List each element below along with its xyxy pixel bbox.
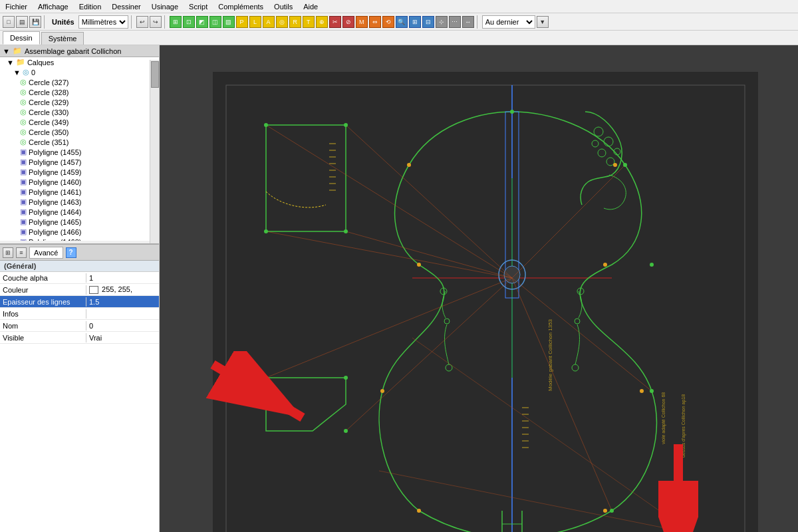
circle-icon: ◎ (20, 98, 27, 106)
tree-item-poly1465[interactable]: ▣ Polyligne (1465) (0, 217, 159, 227)
tree-scroll-thumb[interactable] (151, 61, 159, 88)
undo-button[interactable]: ↩ (136, 16, 148, 28)
measure-button[interactable]: ↔ (462, 16, 474, 28)
circle-icon: ◎ (20, 138, 27, 146)
view3-button[interactable]: ◩ (196, 16, 208, 28)
props-icon2[interactable]: ≡ (16, 247, 27, 258)
zoom1-button[interactable]: 🔍 (396, 16, 408, 28)
circle350-label: Cercle (350) (29, 128, 69, 136)
tree-item-circle349[interactable]: ◎ Cercle (349) (0, 117, 159, 127)
view4-button[interactable]: ◫ (209, 16, 221, 28)
zoom3-button[interactable]: ⊟ (422, 16, 434, 28)
tree-item-poly1459[interactable]: ▣ Polyligne (1459) (0, 167, 159, 177)
zoom2-button[interactable]: ⊞ (409, 16, 421, 28)
circle-icon: ◎ (20, 78, 27, 86)
menu-outils[interactable]: Outils (269, 1, 298, 12)
draw4-button[interactable]: ◎ (276, 16, 288, 28)
tree-scrollbar[interactable] (150, 60, 159, 243)
menu-fichier[interactable]: Fichier (0, 1, 33, 12)
tree-item-poly1460[interactable]: ▣ Polyligne (1460) (0, 177, 159, 187)
circle-icon: ◎ (20, 88, 27, 96)
save-file-button[interactable]: 💾 (29, 16, 41, 28)
snap3-button[interactable]: ⋯ (449, 16, 461, 28)
props-key-alpha: Couche alpha (0, 273, 86, 283)
props-row-thickness[interactable]: Epaisseur des lignes 1.5 (0, 296, 159, 308)
new-file-button[interactable]: □ (3, 16, 15, 28)
draw7-button[interactable]: ⊕ (316, 16, 328, 28)
view5-button[interactable]: ▧ (223, 16, 235, 28)
mod2-button[interactable]: ⇔ (369, 16, 381, 28)
svg-text:dessus d'apres Collichon ap18: dessus d'apres Collichon ap18 (681, 394, 686, 458)
props-val-color: 255, 255, (86, 285, 159, 295)
svg-point-58 (650, 263, 654, 267)
props-tab-advanced[interactable]: Avancé (29, 247, 63, 259)
draw1-button[interactable]: P (236, 16, 248, 28)
draw3-button[interactable]: A (263, 16, 275, 28)
tree-panel: ▼ 📁 Assemblage gabarit Collichon ▼ 📁 Cal… (0, 45, 159, 245)
props-val-alpha: 1 (86, 273, 159, 283)
menu-edition[interactable]: Edition (74, 1, 107, 12)
poly-icon: ▣ (20, 237, 27, 241)
nav-dropdown[interactable]: ▼ (537, 16, 549, 28)
menu-script[interactable]: Script (184, 1, 213, 12)
props-icon1[interactable]: ⊞ (3, 247, 13, 258)
svg-text:viole adapté Collichon 68: viole adapté Collichon 68 (661, 392, 666, 444)
mod3-button[interactable]: ⟲ (382, 16, 394, 28)
tree-item-poly1463[interactable]: ▣ Polyligne (1463) (0, 197, 159, 207)
edit2-button[interactable]: ⊘ (342, 16, 354, 28)
tree-item-circle329[interactable]: ◎ Cercle (329) (0, 97, 159, 107)
open-file-button[interactable]: ▤ (16, 16, 28, 28)
props-val-visible: Vrai (86, 333, 159, 342)
tree-item-poly1457[interactable]: ▣ Polyligne (1457) (0, 157, 159, 167)
draw6-button[interactable]: T (303, 16, 315, 28)
menu-complements[interactable]: Compléments (213, 1, 269, 12)
menu-dessiner[interactable]: Dessiner (106, 1, 146, 12)
snap2-button[interactable]: ⊹ (436, 16, 448, 28)
svg-point-50 (264, 123, 268, 127)
tree-item-circle330[interactable]: ◎ Cercle (330) (0, 107, 159, 117)
tree-item-circle350[interactable]: ◎ Cercle (350) (0, 127, 159, 137)
tree-item-circle351[interactable]: ◎ Cercle (351) (0, 137, 159, 147)
tree-item-calques[interactable]: ▼ 📁 Calques (0, 57, 159, 67)
draw2-button[interactable]: L (249, 16, 261, 28)
tree-item-poly1461[interactable]: ▣ Polyligne (1461) (0, 187, 159, 197)
tree-item-poly1468[interactable]: ▣ Polyligne (1468) (0, 237, 159, 241)
tree-item-circle327[interactable]: ◎ Cercle (327) (0, 77, 159, 87)
tab-dessin[interactable]: Dessin (3, 31, 40, 45)
units-select[interactable]: Millimètres Pouces (78, 15, 128, 29)
props-help-button[interactable]: ? (66, 247, 76, 258)
circle349-label: Cercle (349) (29, 118, 69, 126)
redo-button[interactable]: ↪ (150, 16, 162, 28)
tree-item-circle328[interactable]: ◎ Cercle (328) (0, 87, 159, 97)
canvas-area[interactable]: Modèle gabarit Collichon 1353 viole adap… (160, 45, 798, 532)
nav-select[interactable]: Au dernier (482, 15, 535, 29)
mod1-button[interactable]: M (356, 16, 368, 28)
poly1457-label: Polyligne (1457) (29, 158, 82, 166)
tree-item-layer0[interactable]: ▼ ◎ 0 (0, 67, 159, 77)
menu-usinage[interactable]: Usinage (146, 1, 184, 12)
edit1-button[interactable]: ✂ (329, 16, 341, 28)
sep3 (164, 15, 167, 29)
grid-button[interactable]: ⊞ (170, 16, 182, 28)
poly1464-label: Polyligne (1464) (29, 208, 82, 216)
svg-point-54 (264, 376, 268, 380)
poly-icon: ▣ (20, 188, 27, 196)
svg-point-67 (380, 389, 384, 393)
tab-systeme[interactable]: Système (41, 32, 84, 45)
svg-point-59 (650, 389, 654, 393)
svg-point-52 (344, 123, 348, 127)
draw5-button[interactable]: R (289, 16, 301, 28)
tree-item-poly1466[interactable]: ▣ Polyligne (1466) (0, 227, 159, 237)
circle-icon: ◎ (20, 128, 27, 136)
layer0-icon: ◎ (23, 68, 29, 76)
menu-affichage[interactable]: Affichage (33, 1, 74, 12)
tree-item-poly1455[interactable]: ▣ Polyligne (1455) (0, 147, 159, 157)
tree-item-poly1464[interactable]: ▣ Polyligne (1464) (0, 207, 159, 217)
svg-point-64 (603, 263, 607, 267)
snap-button[interactable]: ⊡ (183, 16, 195, 28)
svg-point-65 (407, 163, 411, 167)
tree-content[interactable]: ▼ 📁 Calques ▼ ◎ 0 ◎ Cercle (327) ◎ Cercl… (0, 57, 159, 241)
menu-aide[interactable]: Aide (298, 1, 323, 12)
tree-folder-icon: 📁 (13, 47, 22, 55)
tree-expand-icon[interactable]: ▼ (3, 47, 10, 55)
